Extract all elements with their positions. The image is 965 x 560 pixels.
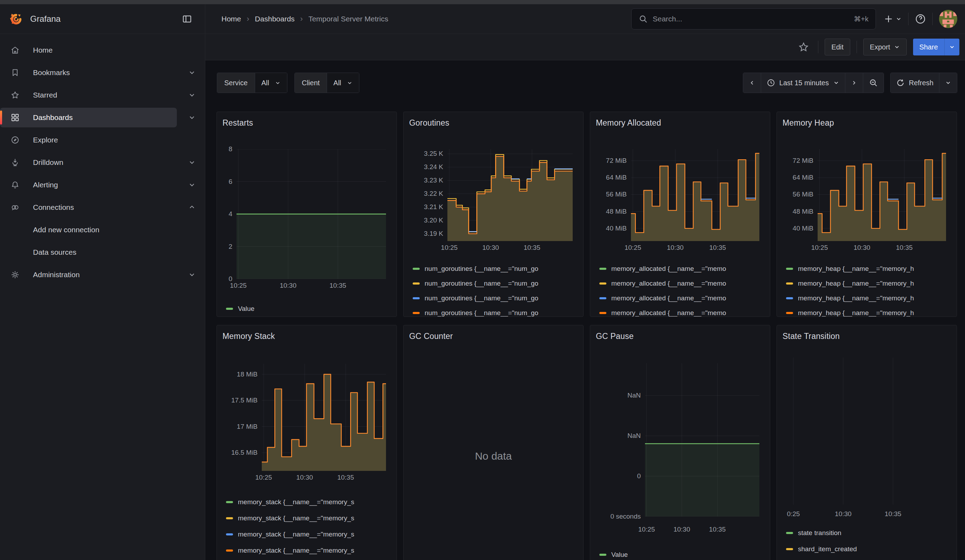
breadcrumb-dashboards[interactable]: Dashboards (255, 15, 294, 23)
plot-area[interactable] (818, 149, 946, 241)
legend-item[interactable]: memory_stack {__name__="memory_s (226, 530, 391, 539)
chevron-down-icon (894, 44, 900, 50)
variable-client-value[interactable]: All (327, 73, 359, 93)
x-axis-label: 10:30 (666, 526, 698, 533)
plot-area[interactable] (237, 149, 386, 279)
sidebar-link[interactable]: Home (0, 40, 199, 60)
legend-item[interactable]: memory_allocated {__name__="memo (599, 294, 764, 302)
sidebar-link[interactable]: Connections (0, 198, 199, 217)
panel-title[interactable]: State Transition (782, 330, 951, 345)
timeseries-chart[interactable]: 72 MiB64 MiB56 MiB48 MiB40 MiB10:2510:30… (596, 132, 764, 252)
legend-swatch (786, 282, 793, 284)
time-range-picker[interactable]: Last 15 minutes (761, 73, 845, 93)
grafana-logo-icon[interactable] (9, 12, 23, 26)
help-button[interactable] (915, 13, 926, 24)
variable-service-value[interactable]: All (255, 73, 287, 93)
plot-area[interactable] (447, 149, 573, 241)
legend-item[interactable]: memory_allocated {__name__="memo (599, 280, 764, 287)
plot-area[interactable] (785, 358, 946, 504)
sidebar-link[interactable]: Starred (0, 85, 199, 105)
share-button[interactable]: Share (913, 39, 944, 56)
search-box[interactable]: ⌘+k (631, 8, 876, 29)
sidebar-link[interactable]: Alerting (0, 175, 199, 195)
panel-title[interactable]: Goroutines (409, 116, 577, 132)
chevron-down-icon[interactable] (188, 91, 196, 99)
add-menu-button[interactable] (883, 14, 902, 24)
plot-area[interactable] (262, 364, 386, 471)
favorite-star-button[interactable] (795, 42, 812, 52)
legend-item[interactable]: shard_item_created (786, 545, 951, 553)
timeseries-chart[interactable]: NaNNaN00 seconds10:2510:3010:35 (596, 345, 764, 534)
timeseries-chart[interactable]: 72 MiB64 MiB56 MiB48 MiB40 MiB10:2510:30… (782, 132, 951, 252)
time-shift-back-button[interactable] (743, 73, 761, 93)
legend-item[interactable]: memory_heap {__name__="memory_h (786, 265, 951, 273)
share-menu-button[interactable] (944, 39, 959, 56)
panel-title[interactable]: GC Counter (409, 330, 577, 345)
legend-item[interactable]: num_goroutines {__name__="num_go (413, 280, 577, 287)
x-axis-label: 10:35 (702, 244, 733, 251)
timeseries-chart[interactable]: 0:2510:3010:35 (782, 345, 951, 519)
variable-service: Service All (217, 73, 288, 93)
legend-item[interactable]: memory_allocated {__name__="memo (599, 265, 764, 273)
search-input[interactable] (653, 15, 849, 23)
y-axis-label: 17 MiB (222, 423, 258, 431)
sidebar-toggle-icon[interactable] (182, 14, 192, 24)
timeseries-chart[interactable]: 3.25 K3.24 K3.23 K3.22 K3.21 K3.20 K3.19… (409, 132, 577, 252)
legend-item[interactable]: Value (599, 550, 764, 559)
legend-item[interactable]: memory_heap {__name__="memory_h (786, 294, 951, 302)
legend-item[interactable]: num_goroutines {__name__="num_go (413, 265, 577, 273)
panel-title[interactable]: GC Pause (596, 330, 764, 345)
sidebar-link[interactable]: Drilldown (0, 153, 199, 172)
grafana-app: Grafana Home › Dashboards › Temporal Ser… (0, 0, 965, 560)
legend: num_goroutines {__name__="num_gonum_goro… (409, 265, 577, 317)
timeseries-chart[interactable]: 18 MiB17.5 MiB17 MiB16.5 MiB10:2510:3010… (222, 345, 391, 482)
legend-item[interactable]: memory_heap {__name__="memory_h (786, 280, 951, 287)
legend: memory_allocated {__name__="memomemory_a… (596, 265, 764, 317)
legend-item[interactable]: state transition (786, 528, 951, 537)
sidebar-link[interactable]: Add new connection (0, 220, 199, 240)
refresh-button[interactable]: Refresh (891, 73, 939, 93)
time-shift-forward-button[interactable] (845, 73, 863, 93)
grid-icon (10, 113, 20, 122)
y-axis-label: 3.21 K (409, 203, 443, 211)
plot-area[interactable] (645, 363, 759, 516)
chevron-up-icon[interactable] (188, 204, 196, 211)
bell-icon (10, 180, 20, 189)
refresh-interval-button[interactable] (939, 73, 957, 93)
sidebar-link[interactable]: Explore (0, 130, 199, 150)
y-axis-label: NaN (596, 432, 641, 440)
panel-title[interactable]: Memory Heap (782, 116, 951, 132)
legend-item[interactable]: num_goroutines {__name__="num_go (413, 309, 577, 317)
breadcrumb-home[interactable]: Home (221, 15, 241, 23)
sidebar-link[interactable]: Dashboards (0, 108, 177, 127)
legend-item[interactable]: memory_stack {__name__="memory_s (226, 498, 391, 507)
timeseries-chart[interactable]: 8642010:2510:3010:35 (222, 132, 391, 290)
panel-title[interactable]: Restarts (222, 116, 391, 132)
variable-service-label: Service (217, 73, 255, 93)
sidebar-link[interactable]: Administration (0, 265, 199, 284)
y-axis-label: NaN (596, 392, 641, 399)
sidebar-link[interactable]: Data sources (0, 242, 199, 262)
legend-item[interactable]: Value (226, 304, 391, 313)
chevron-down-icon[interactable] (188, 114, 196, 121)
zoom-out-button[interactable] (863, 73, 883, 93)
plot-area[interactable] (631, 149, 759, 241)
legend-item[interactable]: memory_heap {__name__="memory_h (786, 309, 951, 317)
avatar[interactable] (939, 10, 957, 28)
legend-item[interactable]: num_goroutines {__name__="num_go (413, 294, 577, 302)
sidebar-item-dashboards: Dashboards (0, 108, 205, 127)
edit-button[interactable]: Edit (824, 39, 850, 56)
legend-swatch (226, 501, 233, 503)
export-button[interactable]: Export (863, 39, 907, 56)
legend-item[interactable]: memory_stack {__name__="memory_s (226, 514, 391, 523)
chevron-down-icon[interactable] (188, 158, 196, 166)
panel-title[interactable]: Memory Allocated (596, 116, 764, 132)
sidebar-link[interactable]: Bookmarks (0, 63, 199, 82)
chevron-down-icon[interactable] (188, 271, 196, 279)
legend-item[interactable]: memory_allocated {__name__="memo (599, 309, 764, 317)
chevron-down-icon[interactable] (188, 69, 196, 77)
chevron-down-icon[interactable] (188, 181, 196, 189)
y-axis-label: 18 MiB (222, 371, 258, 378)
panel-title[interactable]: Memory Stack (222, 330, 391, 345)
legend-item[interactable]: memory_stack {__name__="memory_s (226, 546, 391, 555)
